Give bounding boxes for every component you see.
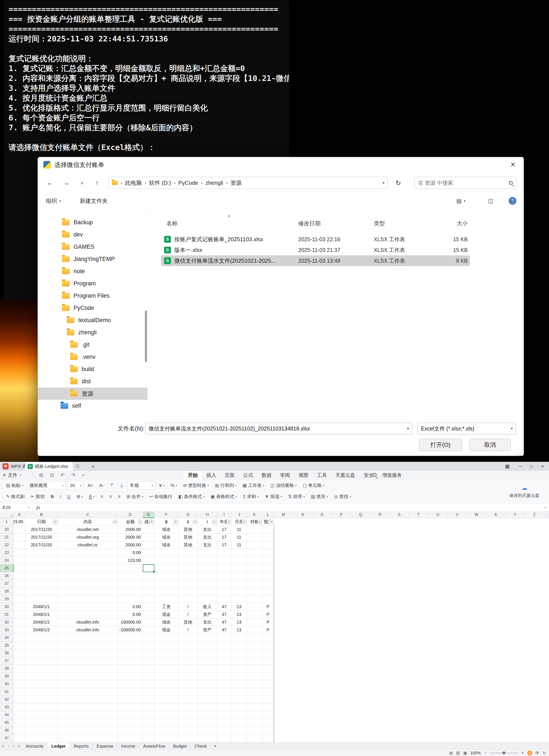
cell-K42[interactable]: [247, 696, 262, 703]
column-header-M[interactable]: M: [274, 512, 293, 518]
cell-D33[interactable]: -100000.00: [118, 626, 143, 634]
cell-A41[interactable]: [14, 688, 25, 696]
cell-C26[interactable]: [58, 572, 118, 580]
last-sheet-icon[interactable]: »: [16, 744, 22, 748]
cell-L43[interactable]: [262, 703, 274, 711]
column-header-X[interactable]: X: [486, 512, 505, 518]
cell-G43[interactable]: [179, 703, 198, 711]
cell-L36[interactable]: [262, 649, 274, 657]
cell-E30[interactable]: [143, 603, 155, 611]
cell-E32[interactable]: [143, 618, 155, 626]
maximize-button[interactable]: □: [526, 462, 537, 471]
sidebar-item-self[interactable]: self: [38, 400, 148, 412]
cell-D46[interactable]: [118, 727, 143, 734]
freeze-button[interactable]: ◫冻结窗格▾: [268, 481, 299, 490]
cell-E38[interactable]: [143, 665, 155, 673]
cell-F41[interactable]: [155, 688, 179, 696]
tab-页面[interactable]: 页面: [221, 471, 239, 479]
cell-H29[interactable]: [198, 595, 217, 603]
cell-K23[interactable]: [247, 549, 262, 557]
cell-A42[interactable]: [14, 696, 25, 703]
cell-H24[interactable]: [198, 557, 217, 564]
cell-K24[interactable]: [247, 557, 262, 564]
cell-J22[interactable]: 11: [232, 541, 247, 549]
sheet-tab-check[interactable]: Check: [191, 743, 211, 750]
cell-C29[interactable]: [58, 595, 118, 603]
cell-J21[interactable]: 11: [232, 533, 247, 541]
cell-J36[interactable]: [232, 649, 247, 657]
cell-E21[interactable]: [143, 533, 155, 541]
cell-E36[interactable]: [143, 649, 155, 657]
sidebar-item-backup[interactable]: Backup: [38, 216, 148, 229]
cell-B34[interactable]: [25, 634, 58, 642]
cell-B43[interactable]: [25, 703, 58, 711]
cell-L42[interactable]: [262, 696, 274, 703]
cell-A37[interactable]: [14, 657, 25, 665]
dialog-close-button[interactable]: ×: [504, 158, 522, 171]
name-box[interactable]: E25 ▾: [0, 503, 32, 512]
sidebar-item-资源[interactable]: 资源: [38, 388, 148, 400]
cell-H22[interactable]: 支出: [198, 541, 217, 549]
sidebar-item-games[interactable]: GAMES: [38, 241, 148, 253]
cell-L44[interactable]: [262, 711, 274, 719]
cell-I32[interactable]: 47: [217, 618, 232, 626]
new-folder-button[interactable]: 新建文件夹: [80, 194, 108, 208]
cell-I1[interactable]: 年度▾: [217, 518, 232, 526]
cell-L24[interactable]: [262, 557, 274, 564]
cell-B33[interactable]: 2048/1/2: [25, 626, 58, 634]
cell-E23[interactable]: [143, 549, 155, 557]
cell-J33[interactable]: 13: [232, 626, 247, 634]
tab-审阅[interactable]: 审阅: [276, 471, 294, 479]
cell-J40[interactable]: [232, 680, 247, 688]
cell-C45[interactable]: [58, 719, 118, 727]
row-header-44[interactable]: 44: [0, 711, 14, 719]
cell-I23[interactable]: [217, 549, 232, 557]
cell-A20[interactable]: [14, 526, 25, 533]
cell-D20[interactable]: 2000.00: [118, 526, 143, 533]
cell-F21[interactable]: 域名: [155, 533, 179, 541]
cell-K26[interactable]: [247, 572, 262, 580]
cell-K47[interactable]: [247, 734, 262, 742]
cell-B29[interactable]: [25, 595, 58, 603]
cell-J31[interactable]: 13: [232, 611, 247, 618]
cell-A1[interactable]: 123.00: [14, 518, 25, 526]
cell-C22[interactable]: cloudlet.cc: [58, 541, 118, 549]
cell-K35[interactable]: [247, 642, 262, 649]
sidebar-item-jiangyingtemp[interactable]: JiangYingTEMP: [38, 253, 148, 265]
sidebar-item-program-files[interactable]: Program Files: [38, 290, 148, 302]
cell-C28[interactable]: [58, 588, 118, 595]
cell-K21[interactable]: [247, 533, 262, 541]
recent-locations-button[interactable]: ∨: [76, 177, 88, 189]
cell-L35[interactable]: [262, 642, 274, 649]
breadcrumb-segment[interactable]: 资源: [230, 179, 242, 187]
cell-F37[interactable]: [155, 657, 179, 665]
cell-E43[interactable]: [143, 703, 155, 711]
font-color-button[interactable]: A▾: [87, 492, 97, 501]
breadcrumb-segment[interactable]: zhengli: [206, 180, 223, 186]
previous-sheet-icon[interactable]: ‹: [6, 744, 11, 748]
cell-J37[interactable]: [232, 657, 247, 665]
row-header-22[interactable]: 22: [0, 541, 14, 549]
cell-K27[interactable]: [247, 580, 262, 588]
row-header-35[interactable]: 35: [0, 642, 14, 649]
column-header-date[interactable]: 修改日期: [298, 218, 320, 229]
column-header-H[interactable]: H: [198, 512, 217, 518]
cut-button[interactable]: ✂剪切: [29, 492, 47, 501]
column-header-A[interactable]: A: [14, 512, 25, 518]
cell-G44[interactable]: [179, 711, 198, 719]
view-page-layout-icon[interactable]: ▥: [456, 751, 460, 755]
filter-dropdown-icon[interactable]: ▾: [212, 520, 217, 524]
cell-G29[interactable]: [179, 595, 198, 603]
column-header-D[interactable]: D: [118, 512, 143, 518]
cell-F20[interactable]: 域名: [155, 526, 179, 533]
cell-J28[interactable]: [232, 588, 247, 595]
cell-I26[interactable]: [217, 572, 232, 580]
cell-C1[interactable]: 内容▾: [58, 518, 118, 526]
cell-F45[interactable]: [155, 719, 179, 727]
cell-F23[interactable]: [155, 549, 179, 557]
tab-视图[interactable]: 视图: [294, 471, 313, 479]
new-document-tab-button[interactable]: +: [89, 463, 97, 470]
sidebar-item-dist[interactable]: dist: [38, 375, 148, 388]
cell-G32[interactable]: 其他: [179, 618, 198, 626]
sync-icon[interactable]: ↻: [543, 751, 546, 755]
